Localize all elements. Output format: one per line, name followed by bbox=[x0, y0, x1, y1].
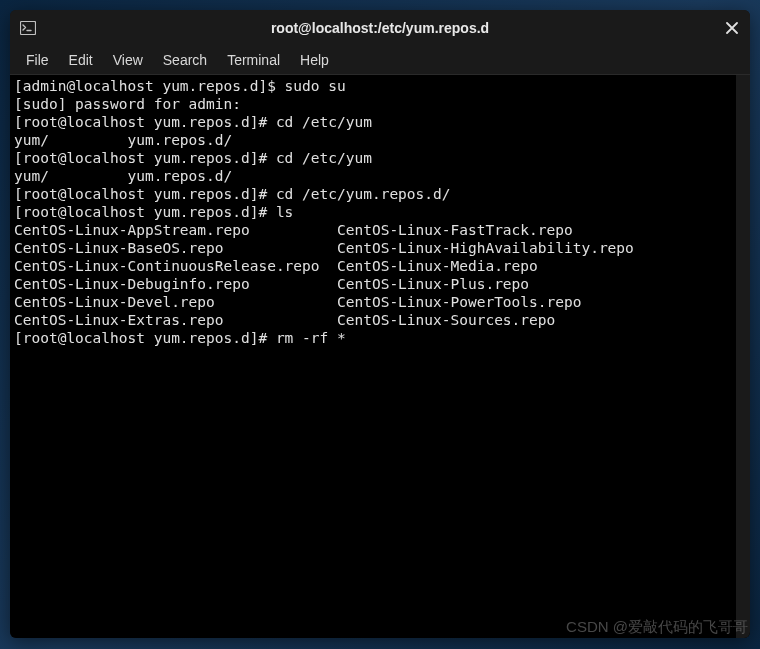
terminal-output[interactable]: [admin@localhost yum.repos.d]$ sudo su [… bbox=[10, 75, 736, 638]
menubar: File Edit View Search Terminal Help bbox=[10, 46, 750, 75]
scrollbar[interactable] bbox=[736, 75, 750, 638]
menu-edit[interactable]: Edit bbox=[59, 48, 103, 72]
terminal-icon bbox=[18, 18, 38, 38]
svg-rect-0 bbox=[21, 22, 36, 35]
window-title: root@localhost:/etc/yum.repos.d bbox=[271, 20, 489, 36]
menu-view[interactable]: View bbox=[103, 48, 153, 72]
menu-search[interactable]: Search bbox=[153, 48, 217, 72]
close-button[interactable] bbox=[722, 18, 742, 38]
menu-terminal[interactable]: Terminal bbox=[217, 48, 290, 72]
menu-help[interactable]: Help bbox=[290, 48, 339, 72]
terminal-window: root@localhost:/etc/yum.repos.d File Edi… bbox=[10, 10, 750, 638]
menu-file[interactable]: File bbox=[16, 48, 59, 72]
titlebar[interactable]: root@localhost:/etc/yum.repos.d bbox=[10, 10, 750, 46]
terminal-area[interactable]: [admin@localhost yum.repos.d]$ sudo su [… bbox=[10, 75, 750, 638]
